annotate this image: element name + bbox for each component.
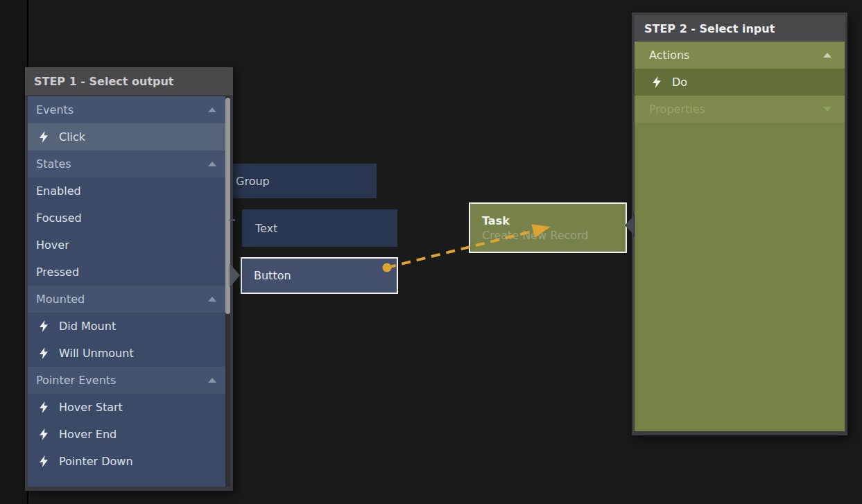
list-item-hover[interactable]: Hover <box>28 232 230 259</box>
lightning-icon <box>40 428 49 440</box>
section-row-properties[interactable]: Properties <box>635 96 845 123</box>
collapse-up-icon <box>208 297 216 302</box>
group-node[interactable]: Group <box>208 164 377 198</box>
section-label: States <box>36 157 71 171</box>
section-label: Properties <box>649 103 705 116</box>
step1-panel: STEP 1 - Select output Events Click Stat… <box>25 67 233 491</box>
section-row-actions[interactable]: Actions <box>635 42 845 69</box>
section-row-pointer-events[interactable]: Pointer Events <box>28 367 230 394</box>
step1-panel-body: Events Click States Enabled Focused Hove… <box>28 96 230 487</box>
task-connector-arrow-icon[interactable] <box>625 214 635 236</box>
list-item-hover-end[interactable]: Hover End <box>28 421 230 448</box>
text-node-label: Text <box>255 222 277 235</box>
step2-panel-title: STEP 2 - Select input <box>644 22 775 35</box>
section-row-states[interactable]: States <box>28 150 230 177</box>
section-label: Mounted <box>36 293 85 306</box>
list-item-label: Pressed <box>36 266 79 279</box>
list-item-label: Did Mount <box>59 320 116 333</box>
collapse-up-icon <box>208 107 216 112</box>
list-item-label: Focused <box>36 211 82 225</box>
collapse-down-icon <box>823 107 831 112</box>
list-item-label: Hover Start <box>59 401 123 414</box>
list-item-label: Hover End <box>59 428 117 441</box>
section-label: Actions <box>649 49 689 62</box>
list-item-hover-start[interactable]: Hover Start <box>28 394 230 421</box>
collapse-up-icon <box>208 162 216 166</box>
step1-connector-arrow-icon[interactable] <box>230 263 240 288</box>
task-node[interactable]: Task Create New Record <box>469 202 627 253</box>
lightning-icon <box>40 455 49 467</box>
list-item-label: Enabled <box>36 184 81 198</box>
list-item-label: Pointer Down <box>59 455 133 468</box>
lightning-icon <box>653 76 662 88</box>
lightning-icon <box>40 131 49 143</box>
section-label: Pointer Events <box>36 374 116 387</box>
lightning-icon <box>40 401 49 413</box>
lightning-icon <box>40 320 49 332</box>
task-node-subtitle: Create New Record <box>482 228 589 243</box>
list-item-label: Click <box>59 130 85 144</box>
task-node-title: Task <box>482 214 510 228</box>
step2-panel: STEP 2 - Select input Actions Do Propert… <box>632 12 847 435</box>
step1-panel-header: STEP 1 - Select output <box>25 67 233 95</box>
list-item-will-unmount[interactable]: Will Unmount <box>28 340 230 367</box>
list-item-pressed[interactable]: Pressed <box>28 259 230 286</box>
button-node[interactable]: Button <box>241 257 398 294</box>
canvas-left-strip <box>0 0 27 504</box>
collapse-up-icon <box>208 378 216 383</box>
list-item-label: Hover <box>36 238 69 252</box>
section-row-events[interactable]: Events <box>28 96 230 123</box>
step2-panel-body: Actions Do Properties <box>635 42 845 431</box>
list-item-label: Will Unmount <box>59 347 134 360</box>
button-node-label: Button <box>254 269 291 282</box>
text-node[interactable]: Text <box>242 209 397 247</box>
group-node-label: Group <box>236 175 270 188</box>
list-item-do[interactable]: Do <box>635 69 845 96</box>
list-item-click[interactable]: Click <box>28 123 230 150</box>
step2-panel-header: STEP 2 - Select input <box>635 15 845 42</box>
list-item-label: Do <box>672 76 687 89</box>
lightning-icon <box>40 347 49 359</box>
section-row-mounted[interactable]: Mounted <box>28 286 230 313</box>
section-label: Events <box>36 103 74 116</box>
list-item-pointer-down[interactable]: Pointer Down <box>28 448 230 475</box>
list-item-focused[interactable]: Focused <box>28 205 230 232</box>
collapse-up-icon <box>823 53 831 58</box>
list-item-enabled[interactable]: Enabled <box>28 177 230 205</box>
text-node-connector-stub <box>230 219 235 221</box>
list-item-did-mount[interactable]: Did Mount <box>28 313 230 340</box>
step1-panel-title: STEP 1 - Select output <box>34 75 174 88</box>
